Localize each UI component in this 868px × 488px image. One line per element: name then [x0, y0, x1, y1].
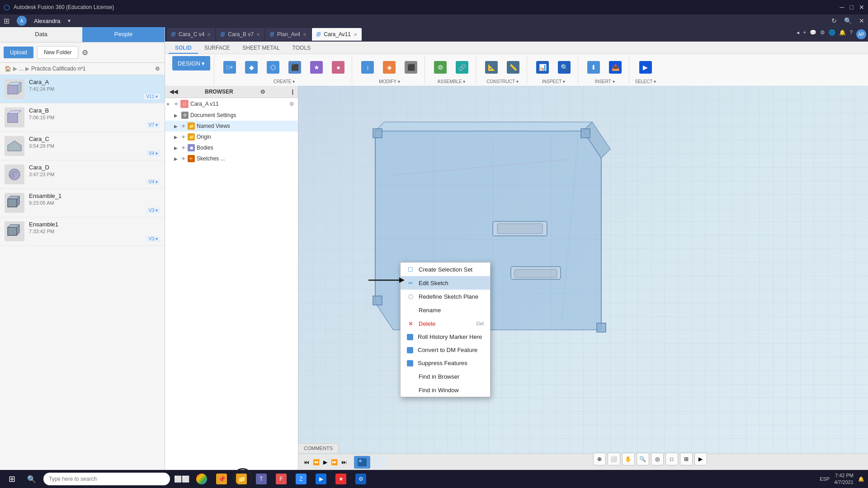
- insert-image-btn[interactable]: ⬇: [584, 57, 604, 77]
- tab-bell[interactable]: 🔔: [839, 29, 846, 39]
- modify-fillet-btn[interactable]: ◈: [379, 57, 399, 77]
- file-item-cara-d[interactable]: Cara_D 3:47:23 PM V4 ▾: [0, 160, 165, 189]
- settings-button[interactable]: ⚙: [82, 48, 88, 57]
- select-btn[interactable]: ▶: [636, 57, 656, 77]
- vp-pan-btn[interactable]: ✋: [622, 453, 635, 465]
- browser-named-views[interactable]: ▶ 👁 📁 Named Views: [165, 121, 298, 131]
- vp-zoom-btn[interactable]: 🔍: [637, 453, 649, 465]
- ctx-roll-history[interactable]: Roll History Marker Here: [401, 330, 490, 343]
- doc-tab-plan-a[interactable]: 🗐 Plan_Av4 ✕: [265, 28, 311, 41]
- tab-add[interactable]: +: [803, 29, 806, 39]
- vp-display-btn[interactable]: □: [665, 453, 678, 465]
- tab-settings2[interactable]: ⚙: [820, 29, 825, 39]
- file-item-cara-c[interactable]: Cara_C 3:54:29 PM V4 ▾: [0, 132, 165, 160]
- file-item-ensamble1b[interactable]: Ensamble1 7:33:42 PM V3 ▾: [0, 217, 165, 246]
- app9-btn[interactable]: ⚙: [353, 471, 369, 487]
- search-button-taskbar[interactable]: 🔍: [24, 471, 40, 487]
- browser-origin[interactable]: ▶ 👁 📁 Origin: [165, 131, 298, 142]
- ctx-create-selection-set[interactable]: ☐ Create Selection Set: [401, 263, 490, 276]
- assemble-joint-btn[interactable]: 🔗: [452, 57, 472, 77]
- timeline-item-1[interactable]: [372, 456, 388, 469]
- notification-icon[interactable]: 🔔: [858, 476, 864, 482]
- create-revolve-btn[interactable]: ⬡: [263, 57, 283, 77]
- browser-doc-settings[interactable]: ▶ ⚙ Document Settings: [165, 110, 298, 121]
- create-extrude-btn[interactable]: ◆: [241, 57, 261, 77]
- doc-tab-close-cara-b[interactable]: ✕: [256, 32, 260, 37]
- doc-tab-cara-c[interactable]: 🗐 Cara_C v4 ✕: [167, 28, 215, 41]
- tab-help[interactable]: ?: [849, 29, 853, 39]
- playback-step-back[interactable]: ⏪: [313, 459, 320, 465]
- viewport[interactable]: ◀◀ BROWSER ⊙ | ▾ 👁 □ Cara_A v11 ⚙ ▶ ⚙ Do…: [165, 86, 868, 470]
- task-view-btn[interactable]: ⬜⬜: [174, 471, 190, 487]
- file-item-cara-b[interactable]: Cara_B 7:06:15 PM V7 ▾: [0, 103, 165, 132]
- ctx-convert-dm[interactable]: Convert to DM Feature: [401, 343, 490, 357]
- tab-data[interactable]: Data: [0, 27, 82, 42]
- create-more-btn[interactable]: ●: [328, 57, 348, 77]
- timeline-item-active[interactable]: [354, 456, 370, 469]
- file-item-ensamble1[interactable]: Ensamble_1 9:23:05 AM V3 ▾: [0, 189, 165, 217]
- browser-sketches-eye[interactable]: 👁: [181, 156, 186, 161]
- tab-scroll-left[interactable]: ◂: [797, 29, 799, 39]
- construct-plane-btn[interactable]: 📐: [481, 57, 501, 77]
- minimize-button[interactable]: ─: [840, 4, 844, 11]
- close-icon[interactable]: ✕: [859, 17, 864, 24]
- maximize-button[interactable]: □: [850, 4, 854, 11]
- upload-button[interactable]: Upload: [4, 47, 33, 58]
- breadcrumb-home[interactable]: 🏠: [5, 66, 11, 72]
- construct-axis-btn[interactable]: 📏: [503, 57, 523, 77]
- username-dropdown[interactable]: ▾: [68, 18, 71, 24]
- create-new-component-btn[interactable]: □+: [220, 57, 240, 77]
- vp-more-btn[interactable]: ▶: [694, 453, 707, 465]
- app8-btn[interactable]: ★: [333, 471, 349, 487]
- start-button[interactable]: ⊞: [4, 471, 20, 487]
- vp-target-btn[interactable]: ⊕: [593, 453, 606, 465]
- sync-icon[interactable]: ↻: [831, 17, 837, 24]
- create-loft-btn[interactable]: ★: [307, 57, 326, 77]
- breadcrumb-dots[interactable]: ...: [19, 66, 24, 72]
- mode-tab-tools[interactable]: TOOLS: [286, 43, 317, 54]
- ctx-rename[interactable]: Rename: [401, 303, 490, 317]
- vp-orbit-btn[interactable]: ◎: [651, 453, 664, 465]
- insert-more-btn[interactable]: 📥: [605, 57, 625, 77]
- search-icon[interactable]: 🔍: [844, 17, 852, 24]
- new-folder-button[interactable]: New Folder: [37, 46, 78, 59]
- playback-step-forward[interactable]: ⏩: [331, 459, 338, 465]
- browser-root-eye[interactable]: 👁: [174, 102, 179, 107]
- browser-namedviews-eye[interactable]: 👁: [181, 124, 186, 129]
- mode-tab-surface[interactable]: SURFACE: [198, 43, 236, 54]
- breadcrumb-settings[interactable]: ⚙: [155, 66, 160, 72]
- assemble-new-btn[interactable]: ⚙: [430, 57, 450, 77]
- inspect-more-btn[interactable]: 🔍: [554, 57, 574, 77]
- playback-skip-start[interactable]: ⏮: [304, 459, 309, 465]
- browser-options-icon[interactable]: ⊙: [260, 89, 265, 95]
- browser-pin-icon[interactable]: |: [292, 89, 293, 95]
- file-item-cara-a[interactable]: Cara_A 7:41:24 PM V11 ▾: [0, 75, 165, 103]
- pin-btn[interactable]: 📌: [213, 471, 230, 487]
- browser-bodies[interactable]: ▶ 👁 ◼ Bodies: [165, 142, 298, 153]
- browser-sketches[interactable]: ▶ 👁 ✏ Sketches ...: [165, 153, 298, 164]
- browser-origin-eye[interactable]: 👁: [181, 135, 186, 140]
- create-sweep-btn[interactable]: ⬛: [285, 57, 305, 77]
- design-button[interactable]: DESIGN ▾: [172, 56, 210, 70]
- tab-chat[interactable]: 💬: [810, 29, 816, 39]
- taskbar-search-input[interactable]: [43, 473, 170, 485]
- tab-people[interactable]: People: [82, 27, 165, 42]
- app7-btn[interactable]: ▶: [313, 471, 329, 487]
- file-explorer-btn[interactable]: 📁: [233, 471, 250, 487]
- close-button[interactable]: ✕: [859, 4, 864, 11]
- mode-tab-solid[interactable]: SOLID: [169, 43, 198, 54]
- username-label[interactable]: Alexandra: [34, 18, 61, 24]
- app5-btn[interactable]: F: [273, 471, 289, 487]
- browser-root-settings-icon[interactable]: ⚙: [289, 101, 294, 107]
- zoom-btn[interactable]: Z: [293, 471, 309, 487]
- doc-tab-close-plan-a[interactable]: ✕: [303, 32, 307, 37]
- tab-globe[interactable]: 🌐: [829, 29, 835, 39]
- doc-tab-cara-a[interactable]: 🗐 Cara_Av11 ✕: [312, 28, 362, 41]
- vp-fit-btn[interactable]: ⬜: [608, 453, 620, 465]
- menu-grid-icon[interactable]: ⊞: [4, 17, 9, 25]
- mode-tab-sheetmetal[interactable]: SHEET METAL: [236, 43, 286, 54]
- vp-grid-btn[interactable]: ⊞: [680, 453, 693, 465]
- modify-more-btn[interactable]: ⬛: [401, 57, 421, 77]
- playback-skip-end[interactable]: ⏭: [341, 459, 347, 465]
- teams-btn[interactable]: T: [253, 471, 269, 487]
